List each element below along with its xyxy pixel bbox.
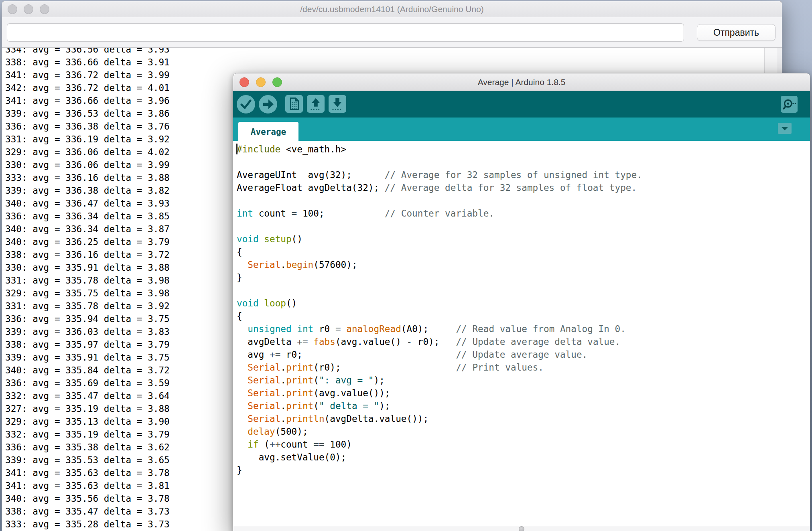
- code-line: unsigned int r0 = analogRead(A0); // Rea…: [237, 322, 810, 335]
- save-button[interactable]: [329, 95, 346, 113]
- splitter-grip-icon: [519, 526, 524, 531]
- code-line: Serial.print(" delta = ");: [237, 399, 810, 412]
- serial-monitor-icon: [781, 96, 798, 113]
- save-icon: [329, 95, 346, 113]
- code-line: void setup(): [237, 233, 810, 245]
- serial-output-line: 334: avg = 336.56 delta = 3.93: [5, 48, 782, 56]
- code-line: Serial.begin(57600);: [237, 258, 810, 271]
- text-caret: [236, 144, 238, 154]
- code-line: avgDelta += fabs(avg.value() - r0); // U…: [237, 335, 810, 348]
- code-line: [237, 156, 810, 168]
- tab-average[interactable]: Average: [238, 122, 298, 141]
- serial-monitor-titlebar[interactable]: /dev/cu.usbmodem14101 (Arduino/Genuino U…: [2, 1, 782, 17]
- serial-monitor-title: /dev/cu.usbmodem14101 (Arduino/Genuino U…: [2, 1, 782, 17]
- serial-input[interactable]: [7, 23, 684, 42]
- ide-toolbar: [233, 91, 810, 118]
- ide-titlebar[interactable]: Average | Arduino 1.8.5: [233, 73, 810, 91]
- code-line: avg += r0; // Update average value.: [237, 348, 810, 361]
- code-line: [237, 194, 810, 207]
- code-line: [237, 284, 810, 297]
- code-line: Serial.print(": avg = ");: [237, 374, 810, 387]
- code-line: {: [237, 310, 810, 322]
- code-line: [237, 220, 810, 233]
- code-line: Serial.print(r0); // Print values.: [237, 361, 810, 374]
- serial-monitor-button[interactable]: [781, 96, 798, 113]
- code-lines: #include <ve_math.h> AverageUInt avg(32)…: [237, 143, 810, 476]
- verify-icon: [237, 95, 255, 113]
- arduino-ide-window: Average | Arduino 1.8.5: [233, 73, 810, 531]
- verify-button[interactable]: [237, 95, 255, 113]
- serial-output-line: 338: avg = 336.66 delta = 3.91: [5, 56, 782, 69]
- code-line: avg.setValue(0);: [237, 451, 810, 464]
- code-line: int count = 100; // Counter variable.: [237, 207, 810, 220]
- ide-window-title: Average | Arduino 1.8.5: [233, 73, 810, 91]
- serial-monitor-input-row: Отправить: [2, 17, 782, 48]
- code-line: AverageUInt avg(32); // Average for 32 s…: [237, 168, 810, 181]
- new-sketch-button[interactable]: [285, 95, 303, 113]
- ide-tab-bar: Average: [233, 118, 810, 141]
- desktop: { "colors": { "toolbar_teal": "#02656a",…: [0, 0, 812, 531]
- code-line: if (++count == 100): [237, 438, 810, 451]
- code-line: }: [237, 464, 810, 476]
- tab-menu-button[interactable]: [778, 123, 792, 134]
- code-line: delay(500);: [237, 425, 810, 438]
- code-line: void loop(): [237, 297, 810, 310]
- open-icon: [307, 95, 325, 113]
- code-editor[interactable]: #include <ve_math.h> AverageUInt avg(32)…: [233, 141, 810, 526]
- code-line: Serial.print(avg.value());: [237, 387, 810, 399]
- open-button[interactable]: [307, 95, 325, 113]
- code-line: #include <ve_math.h>: [237, 143, 810, 156]
- editor-console-splitter[interactable]: [233, 526, 810, 531]
- upload-button[interactable]: [259, 95, 277, 113]
- code-line: AverageFloat avgDelta(32); // Average de…: [237, 181, 810, 194]
- code-line: }: [237, 271, 810, 284]
- code-line: {: [237, 245, 810, 258]
- upload-icon: [259, 95, 277, 113]
- chevron-down-icon: [781, 127, 788, 130]
- code-line: Serial.println(avgDelta.value());: [237, 412, 810, 425]
- send-button[interactable]: Отправить: [697, 24, 775, 41]
- new-sketch-icon: [285, 95, 303, 113]
